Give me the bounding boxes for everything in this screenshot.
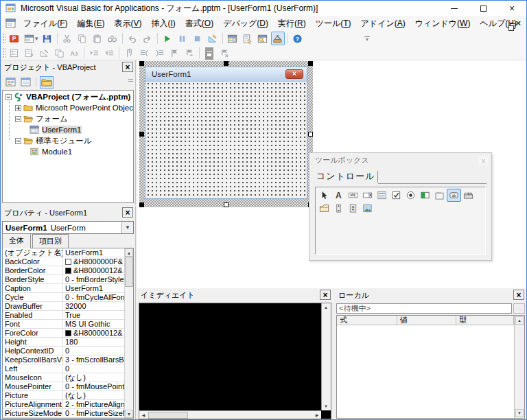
tab-alphabetic[interactable]: 全体 [2, 233, 31, 248]
scroll-up-icon[interactable]: ▲ [125, 248, 133, 257]
properties-panel-titlebar[interactable]: プロパティ - UserForm1 × [1, 206, 135, 220]
menu-item-insert[interactable]: 挿入(I) [147, 16, 180, 31]
tree-node-module1[interactable]: Module1 [3, 146, 133, 157]
property-row-caption[interactable]: CaptionUserForm1 [3, 284, 133, 293]
close-button[interactable]: × [497, 1, 526, 16]
property-row-picturealignment[interactable]: PictureAlignment2 - fmPictureAlignm [3, 400, 133, 409]
collapse-icon[interactable] [5, 94, 12, 100]
property-value[interactable]: 3 - fmScrollBarsBo [63, 355, 133, 364]
menu-item-tools[interactable]: ツール(T) [311, 16, 356, 31]
dropdown-caret-icon[interactable]: ▾ [35, 35, 38, 42]
collapse-icon[interactable] [15, 116, 21, 122]
userform-grid-surface[interactable] [147, 82, 305, 197]
insert-userform-button[interactable] [22, 32, 36, 45]
maximize-button[interactable] [469, 1, 497, 16]
property-value[interactable]: 0 [63, 347, 133, 355]
toolbox-frame-tool[interactable]: xyz [432, 189, 447, 202]
toggle-folders-button[interactable] [40, 76, 54, 89]
tree-node-forms-folder[interactable]: フォーム [3, 113, 133, 124]
property-row-mouseicon[interactable]: MouseIcon(なし) [3, 373, 133, 382]
view-powerpoint-button[interactable]: P [7, 32, 21, 45]
property-value[interactable]: MS UI Gothic [63, 320, 133, 328]
collapse-icon[interactable] [15, 138, 21, 144]
property-value[interactable]: &H8000000F& [63, 257, 133, 266]
property-row-font[interactable]: FontMS UI Gothic [3, 320, 133, 329]
toolbox-select-objects-tool[interactable] [317, 189, 331, 202]
object-browser-button[interactable] [256, 32, 270, 45]
list-properties-button[interactable] [7, 46, 21, 60]
tree-node-userform1[interactable]: UserForm1 [3, 124, 133, 135]
property-value[interactable]: 32000 [63, 302, 133, 310]
call-stack-button[interactable]: ... [513, 303, 525, 314]
object-selector-dropdown[interactable]: UserForm1 UserForm ▼ [2, 221, 134, 234]
expand-icon[interactable] [15, 105, 21, 111]
minimize-button[interactable] [440, 1, 469, 16]
toolbox-close-button[interactable]: x [478, 156, 489, 165]
help-button[interactable]: ? [291, 32, 305, 45]
paste-button[interactable] [91, 32, 104, 45]
property-row-cycle[interactable]: Cycle0 - fmCycleAllForm [3, 293, 133, 302]
locals-column-header-0[interactable]: 式 [337, 316, 397, 325]
property-value[interactable]: 180 [63, 338, 133, 346]
toolbar-options-button[interactable]: ▼ [363, 32, 371, 45]
toolbar-options-button[interactable]: ▼ [205, 47, 213, 60]
mdi-close-button[interactable]: × [515, 19, 521, 28]
scroll-left-icon[interactable]: ◀ [139, 411, 148, 419]
toolbox-combobox-tool[interactable] [360, 189, 375, 202]
locals-column-header-2[interactable]: 型 [456, 316, 514, 325]
tab-categorized[interactable]: 項目別 [32, 234, 69, 248]
property-row-helpcontextid[interactable]: HelpContextID0 [3, 347, 133, 355]
immediate-close-button[interactable]: × [320, 290, 331, 300]
toolbox-multipage-tool[interactable] [317, 202, 331, 215]
menu-item-debug[interactable]: デバッグ(D) [218, 16, 273, 31]
toggle-bookmark-button[interactable] [167, 46, 181, 60]
property-value[interactable]: (なし) [63, 373, 133, 382]
property-value[interactable]: 0 - fmMousePointer [63, 382, 133, 390]
property-row-borderstyle[interactable]: BorderStyle0 - fmBorderStyleN [3, 275, 133, 284]
scroll-right-icon[interactable]: ▶ [313, 411, 321, 419]
pause-button[interactable] [176, 32, 189, 45]
property-value[interactable]: 2 - fmPictureAlignm [63, 400, 133, 408]
property-grid-scrollbar[interactable]: ▲ ▼ [124, 248, 133, 418]
design-mode-button[interactable] [206, 32, 220, 45]
scroll-down-icon[interactable]: ▼ [322, 402, 330, 410]
toolbox-button[interactable] [271, 32, 285, 45]
property-row-forecolor[interactable]: ForeColor&H80000012& [3, 329, 133, 338]
dropdown-caret-icon[interactable]: ▼ [121, 222, 133, 233]
toolbox-scrollbar-tool[interactable] [331, 202, 346, 215]
property-value[interactable]: 0 [63, 364, 133, 373]
property-value[interactable]: True [63, 311, 133, 319]
property-value[interactable]: UserForm1 [63, 284, 133, 292]
property-row-picture[interactable]: Picture(なし) [3, 391, 133, 400]
project-panel-titlebar[interactable]: プロジェクト - VBAProject × [1, 60, 135, 74]
property-row-height[interactable]: Height180 [3, 338, 133, 347]
property-row-picturetiling[interactable]: PictureTilingFalse [3, 418, 133, 419]
tree-node-modules-folder[interactable]: 標準モジュール [3, 135, 133, 146]
property-row-mousepointer[interactable]: MousePointer0 - fmMousePointer [3, 382, 133, 391]
tree-node-ppt-objects[interactable]: Microsoft PowerPoint Objects [3, 102, 133, 113]
immediate-content[interactable]: ▲ ▼ ◀ ▶ [139, 303, 331, 419]
property-row-enabled[interactable]: EnabledTrue [3, 311, 133, 320]
find-button[interactable] [106, 32, 119, 45]
property-value[interactable]: 0 - fmCycleAllForm [63, 293, 133, 301]
properties-panel-close-button[interactable]: × [122, 207, 133, 218]
userform-titlebar[interactable]: UserForm1 × [145, 67, 307, 82]
property-row-bordercolor[interactable]: BorderColor&H80000012& [3, 266, 133, 275]
menu-item-edit[interactable]: 編集(E) [72, 16, 109, 31]
property-row-keepscrollbarsvisibl[interactable]: KeepScrollBarsVisibl3 - fmScrollBarsBo [3, 355, 133, 364]
toolbox-tabstrip-tool[interactable] [461, 189, 476, 202]
property-row-[interactable]: (オブジェクト名)UserForm1 [3, 248, 133, 257]
locals-close-button[interactable]: × [513, 290, 524, 300]
form-selection-border[interactable]: UserForm1 × [139, 61, 313, 207]
next-bookmark-button[interactable] [183, 46, 196, 60]
locals-vertical-scrollbar[interactable]: ▲ ▼ [514, 316, 524, 418]
complete-word-button[interactable]: A [67, 46, 81, 60]
run-button[interactable] [161, 32, 174, 45]
project-panel-close-button[interactable]: × [122, 62, 133, 72]
property-value[interactable]: UserForm1 [63, 248, 133, 257]
menu-item-window[interactable]: ウィンドウ(W) [410, 16, 476, 31]
view-object-button[interactable] [19, 76, 32, 89]
view-code-button[interactable] [3, 76, 17, 89]
property-value[interactable]: 0 - fmPictureSizeM [63, 409, 133, 417]
property-value[interactable]: 0 - fmBorderStyleN [63, 275, 133, 283]
